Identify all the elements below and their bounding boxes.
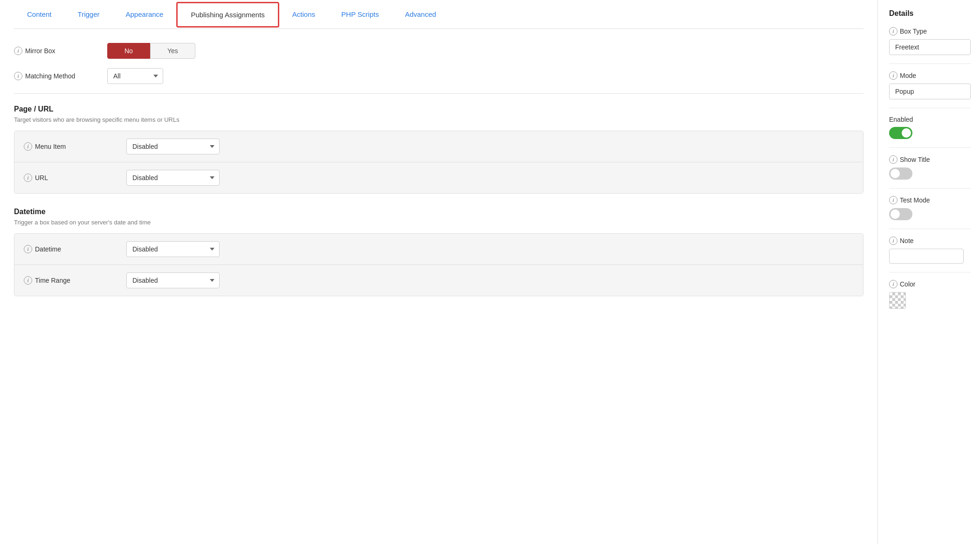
sidebar-color-field: i Color [889, 280, 971, 309]
menu-item-label: i Menu Item [24, 142, 117, 151]
time-range-info-icon[interactable]: i [24, 276, 32, 285]
color-swatch[interactable] [889, 292, 906, 309]
page-url-table: i Menu Item Disabled Enabled i URL [14, 131, 863, 194]
time-range-text: Time Range [35, 277, 70, 284]
tab-appearance[interactable]: Appearance [113, 0, 177, 28]
url-select[interactable]: Disabled Enabled [126, 170, 220, 186]
sidebar-divider-5 [889, 229, 971, 229]
sidebar-title: Details [889, 9, 971, 18]
test-mode-toggle[interactable] [889, 208, 912, 220]
url-text: URL [35, 174, 48, 181]
sidebar-test-mode-label: i Test Mode [889, 196, 971, 204]
datetime-title: Datetime [14, 208, 863, 216]
sidebar-enabled-field: Enabled [889, 116, 971, 139]
sidebar-divider-4 [889, 188, 971, 188]
box-type-info-icon[interactable]: i [889, 27, 897, 35]
tab-content[interactable]: Content [14, 0, 65, 28]
page-url-desc: Target visitors who are browsing specifi… [14, 116, 863, 123]
enabled-slider [889, 127, 912, 139]
datetime-select[interactable]: Disabled Enabled [126, 241, 220, 257]
show-title-info-icon[interactable]: i [889, 155, 897, 164]
tab-publishing[interactable]: Publishing Assignments [176, 2, 279, 28]
mirror-box-row: i Mirror Box No Yes [14, 43, 863, 59]
datetime-desc: Trigger a box based on your server's dat… [14, 219, 863, 226]
sidebar-divider-2 [889, 108, 971, 108]
sidebar: Details i Box Type Freetext i Mode Popup… [877, 0, 980, 544]
mode-label-text: Mode [900, 72, 916, 79]
sidebar-show-title-label: i Show Title [889, 155, 971, 164]
sidebar-mode-field: i Mode Popup [889, 71, 971, 99]
color-label-text: Color [900, 280, 915, 288]
sidebar-divider-3 [889, 147, 971, 148]
tab-bar: Content Trigger Appearance Publishing As… [14, 0, 863, 29]
sidebar-test-mode-field: i Test Mode [889, 196, 971, 220]
sidebar-note-field: i Note [889, 237, 971, 264]
datetime-field-text: Datetime [35, 245, 61, 253]
url-row: i URL Disabled Enabled [14, 162, 863, 193]
menu-item-text: Menu Item [35, 143, 66, 150]
tab-advanced[interactable]: Advanced [392, 0, 449, 28]
enabled-toggle[interactable] [889, 127, 912, 139]
enabled-label-text: Enabled [889, 116, 913, 123]
time-range-select[interactable]: Disabled Enabled [126, 272, 220, 288]
color-info-icon[interactable]: i [889, 280, 897, 288]
sidebar-enabled-label: Enabled [889, 116, 971, 123]
show-title-toggle[interactable] [889, 167, 912, 180]
sidebar-box-type-field: i Box Type Freetext [889, 27, 971, 55]
note-label-text: Note [900, 237, 914, 244]
datetime-table: i Datetime Disabled Enabled i Time Range [14, 233, 863, 296]
time-range-row: i Time Range Disabled Enabled [14, 265, 863, 296]
matching-method-row: i Matching Method All Any None [14, 68, 863, 84]
tab-php[interactable]: PHP Scripts [328, 0, 392, 28]
test-mode-slider [889, 208, 912, 220]
tab-trigger[interactable]: Trigger [65, 0, 113, 28]
menu-item-row: i Menu Item Disabled Enabled [14, 131, 863, 162]
sidebar-mode-label: i Mode [889, 71, 971, 80]
box-type-label-text: Box Type [900, 28, 927, 35]
page-url-title: Page / URL [14, 105, 863, 113]
sidebar-divider-6 [889, 272, 971, 272]
show-title-label-text: Show Title [900, 156, 930, 163]
mode-value: Popup [889, 84, 971, 99]
tab-actions[interactable]: Actions [279, 0, 328, 28]
test-mode-info-icon[interactable]: i [889, 196, 897, 204]
matching-method-select[interactable]: All Any None [107, 68, 163, 84]
mirror-box-label: i Mirror Box [14, 47, 98, 55]
sidebar-show-title-field: i Show Title [889, 155, 971, 180]
box-type-value: Freetext [889, 39, 971, 55]
datetime-field-label: i Datetime [24, 245, 117, 253]
sidebar-box-type-label: i Box Type [889, 27, 971, 35]
divider-1 [14, 93, 863, 94]
sidebar-color-label: i Color [889, 280, 971, 288]
mirror-box-info-icon[interactable]: i [14, 47, 22, 55]
menu-item-info-icon[interactable]: i [24, 142, 32, 151]
note-info-icon[interactable]: i [889, 237, 897, 245]
matching-method-text: Matching Method [25, 72, 75, 80]
note-input[interactable] [889, 249, 964, 264]
page-url-section: Page / URL Target visitors who are brows… [14, 105, 863, 194]
mirror-box-yes-button[interactable]: Yes [150, 43, 195, 59]
url-label: i URL [24, 174, 117, 182]
sidebar-note-label: i Note [889, 237, 971, 245]
time-range-label: i Time Range [24, 276, 117, 285]
mirror-box-no-button[interactable]: No [107, 43, 150, 59]
datetime-info-icon[interactable]: i [24, 245, 32, 253]
url-info-icon[interactable]: i [24, 174, 32, 182]
show-title-slider [889, 167, 912, 180]
datetime-row: i Datetime Disabled Enabled [14, 234, 863, 265]
datetime-section: Datetime Trigger a box based on your ser… [14, 208, 863, 296]
mode-info-icon[interactable]: i [889, 71, 897, 80]
matching-method-label: i Matching Method [14, 72, 98, 80]
mirror-box-text: Mirror Box [25, 47, 55, 55]
test-mode-label-text: Test Mode [900, 196, 930, 204]
sidebar-divider-1 [889, 63, 971, 64]
mirror-box-toggle-group: No Yes [107, 43, 195, 59]
menu-item-select[interactable]: Disabled Enabled [126, 139, 220, 154]
matching-method-info-icon[interactable]: i [14, 72, 22, 80]
